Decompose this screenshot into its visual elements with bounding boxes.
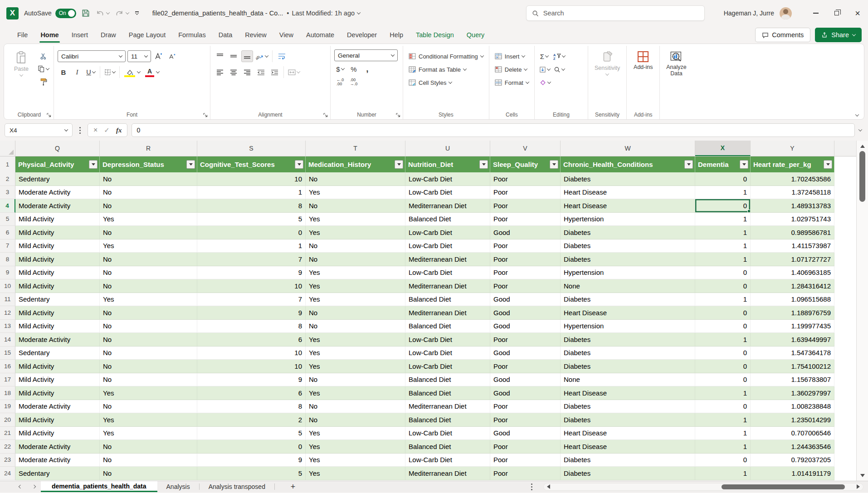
expand-formula-bar-icon[interactable]: [858, 127, 862, 131]
row-number-9[interactable]: 9: [0, 266, 15, 280]
cell-T3[interactable]: Yes: [306, 186, 405, 200]
insert-cells-button[interactable]: Insert: [493, 50, 531, 62]
cell-Q3[interactable]: Moderate Activity: [15, 186, 100, 200]
collapse-ribbon-icon[interactable]: [855, 112, 859, 116]
row-number-8[interactable]: 8: [0, 253, 15, 266]
italic-button[interactable]: I: [71, 66, 83, 78]
cell-U15[interactable]: Low-Carb Diet: [405, 347, 490, 360]
vertical-scrollbar[interactable]: [856, 141, 868, 481]
cell-Y22[interactable]: 1.244363546: [751, 440, 834, 454]
cell-V17[interactable]: Good: [490, 373, 561, 387]
cell-W15[interactable]: Diabetes: [561, 347, 695, 360]
cell-X11[interactable]: 1: [695, 293, 751, 307]
formula-bar-handle[interactable]: [79, 130, 81, 131]
cell-V2[interactable]: Poor: [490, 172, 561, 186]
cell-R17[interactable]: No: [100, 373, 197, 387]
cell-S18[interactable]: 6: [197, 386, 306, 400]
cell-X6[interactable]: 1: [695, 226, 751, 239]
cell-U2[interactable]: Low-Carb Diet: [405, 172, 490, 186]
row-number-23[interactable]: 23: [0, 454, 15, 467]
tab-file[interactable]: File: [11, 26, 34, 44]
cell-Y3[interactable]: 1.372458118: [751, 186, 834, 200]
cell-Q7[interactable]: Mild Activity: [15, 239, 100, 253]
cell-Q24[interactable]: Sedentary: [15, 467, 100, 480]
cell-X14[interactable]: 1: [695, 333, 751, 347]
align-top-icon[interactable]: [214, 50, 226, 62]
cell-U13[interactable]: Balanced Diet: [405, 320, 490, 333]
cell-S9[interactable]: 9: [197, 266, 306, 280]
cell-W16[interactable]: Diabetes: [561, 360, 695, 373]
paste-button[interactable]: Paste: [9, 48, 34, 109]
comma-format-button[interactable]: ,: [361, 63, 373, 75]
cell-W18[interactable]: Heart Disease: [561, 386, 695, 400]
column-letter-Q[interactable]: Q: [15, 141, 100, 156]
cell-S21[interactable]: 5: [197, 427, 306, 440]
column-letter-W[interactable]: W: [561, 141, 695, 156]
new-sheet-button[interactable]: +: [283, 481, 303, 492]
row-number-17[interactable]: 17: [0, 373, 15, 387]
cell-Q4[interactable]: Moderate Activity: [15, 199, 100, 213]
cell-T5[interactable]: Yes: [306, 213, 405, 226]
cell-R23[interactable]: No: [100, 454, 197, 467]
row-number-6[interactable]: 6: [0, 226, 15, 239]
cell-X3[interactable]: 1: [695, 186, 751, 200]
row-number-10[interactable]: 10: [0, 279, 15, 293]
cell-T17[interactable]: No: [306, 373, 405, 387]
row-number-1[interactable]: 1: [0, 156, 15, 172]
sheet-nav-left-icon[interactable]: [14, 481, 27, 492]
scroll-right-icon[interactable]: [857, 484, 860, 489]
cell-Q12[interactable]: Mild Activity: [15, 306, 100, 320]
cell-X15[interactable]: 0: [695, 347, 751, 360]
cell-T6[interactable]: Yes: [306, 226, 405, 239]
cell-U9[interactable]: Low-Carb Diet: [405, 266, 490, 280]
cell-W12[interactable]: Heart Disease: [561, 306, 695, 320]
filter-button-U[interactable]: [479, 160, 488, 169]
decrease-indent-icon[interactable]: [255, 66, 267, 78]
cell-T4[interactable]: No: [306, 199, 405, 213]
cell-U22[interactable]: Balanced Diet: [405, 440, 490, 454]
cell-T8[interactable]: No: [306, 253, 405, 266]
cell-Q20[interactable]: Mild Activity: [15, 413, 100, 427]
cell-W10[interactable]: None: [561, 279, 695, 293]
sheet-nav-right-icon[interactable]: [27, 481, 41, 492]
cell-W4[interactable]: Heart Disease: [561, 199, 695, 213]
cell-X10[interactable]: 0: [695, 279, 751, 293]
cell-Q18[interactable]: Mild Activity: [15, 386, 100, 400]
cell-S13[interactable]: 8: [197, 320, 306, 333]
cell-Q10[interactable]: Mild Activity: [15, 279, 100, 293]
cell-Q16[interactable]: Mild Activity: [15, 360, 100, 373]
cell-W17[interactable]: None: [561, 373, 695, 387]
filter-button-V[interactable]: [550, 160, 558, 169]
cell-V15[interactable]: Good: [490, 347, 561, 360]
save-icon[interactable]: [82, 9, 90, 17]
filter-button-Y[interactable]: [824, 160, 832, 169]
cell-X22[interactable]: 1: [695, 440, 751, 454]
cell-W11[interactable]: Diabetes: [561, 293, 695, 307]
cell-V3[interactable]: Poor: [490, 186, 561, 200]
cell-W7[interactable]: Diabetes: [561, 239, 695, 253]
cell-Y20[interactable]: 1.235014299: [751, 413, 834, 427]
tab-draw[interactable]: Draw: [94, 26, 122, 44]
wrap-text-button[interactable]: [276, 50, 288, 62]
column-letter-R[interactable]: R: [100, 141, 197, 156]
cell-T24[interactable]: Yes: [306, 467, 405, 480]
cell-S17[interactable]: 9: [197, 373, 306, 387]
cell-X13[interactable]: 0: [695, 320, 751, 333]
cell-U21[interactable]: Low-Carb Diet: [405, 427, 490, 440]
cell-R20[interactable]: Yes: [100, 413, 197, 427]
tab-review[interactable]: Review: [239, 26, 273, 44]
fill-handle[interactable]: [747, 210, 751, 213]
tab-page-layout[interactable]: Page Layout: [122, 26, 172, 44]
row-number-11[interactable]: 11: [0, 293, 15, 307]
cell-X18[interactable]: 1: [695, 386, 751, 400]
cell-V4[interactable]: Poor: [490, 199, 561, 213]
row-number-3[interactable]: 3: [0, 186, 15, 200]
cell-X8[interactable]: 1: [695, 253, 751, 266]
font-name-select[interactable]: Calibri: [58, 50, 126, 62]
row-number-13[interactable]: 13: [0, 320, 15, 333]
undo-dropdown-icon[interactable]: [106, 10, 109, 14]
cell-R4[interactable]: No: [100, 199, 197, 213]
cell-X12[interactable]: 0: [695, 306, 751, 320]
column-letter-S[interactable]: S: [197, 141, 306, 156]
tab-help[interactable]: Help: [383, 26, 410, 44]
